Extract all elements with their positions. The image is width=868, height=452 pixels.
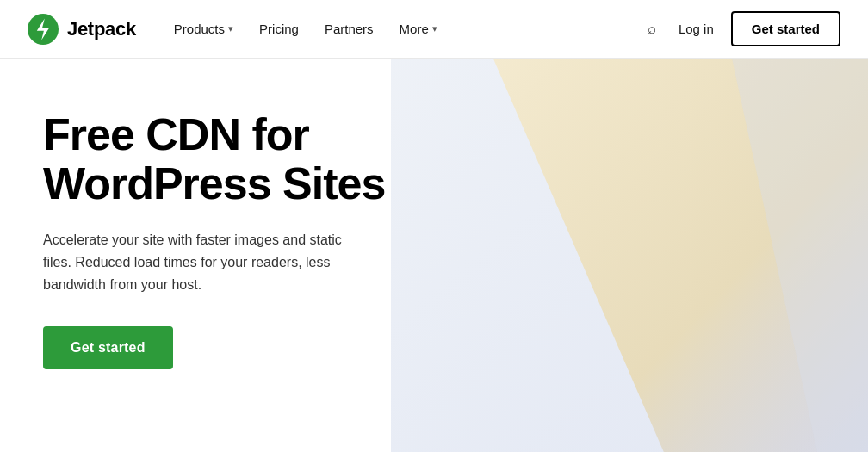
search-button[interactable]: ⌕: [642, 15, 661, 43]
more-chevron-icon: ▾: [432, 23, 437, 34]
nav-right: ⌕ Log in Get started: [642, 11, 840, 46]
hero-title-line2: WordPress Sites: [43, 158, 385, 208]
nav-pricing[interactable]: Pricing: [249, 15, 309, 43]
nav-products[interactable]: Products ▾: [164, 15, 244, 43]
hero-get-started-button[interactable]: Get started: [43, 326, 173, 369]
hero-title-line1: Free CDN for: [43, 109, 309, 159]
login-button[interactable]: Log in: [675, 15, 717, 43]
nav-partners[interactable]: Partners: [314, 15, 384, 43]
jetpack-logo-icon: [28, 14, 59, 45]
nav-links: Products ▾ Pricing Partners More ▾: [164, 15, 642, 43]
nav-get-started-button[interactable]: Get started: [731, 11, 840, 46]
hero-title: Free CDN for WordPress Sites: [43, 110, 434, 208]
nav-get-started-label: Get started: [752, 22, 820, 36]
main-content: Free CDN for WordPress Sites Accelerate …: [0, 59, 868, 452]
navbar: Jetpack Products ▾ Pricing Partners More…: [0, 0, 868, 59]
partners-label: Partners: [325, 22, 374, 36]
search-icon: ⌕: [648, 21, 656, 38]
pricing-label: Pricing: [259, 22, 299, 36]
products-chevron-icon: ▾: [228, 23, 233, 34]
products-label: Products: [174, 22, 225, 36]
logo-text: Jetpack: [67, 18, 136, 40]
hero-subtitle: Accelerate your site with faster images …: [43, 229, 370, 295]
hero-left: Free CDN for WordPress Sites Accelerate …: [0, 59, 477, 452]
more-label: More: [400, 22, 429, 36]
nav-more[interactable]: More ▾: [389, 15, 448, 43]
login-label: Log in: [679, 22, 714, 36]
logo-link[interactable]: Jetpack: [28, 14, 136, 45]
hero-cta-label: Get started: [71, 340, 146, 355]
